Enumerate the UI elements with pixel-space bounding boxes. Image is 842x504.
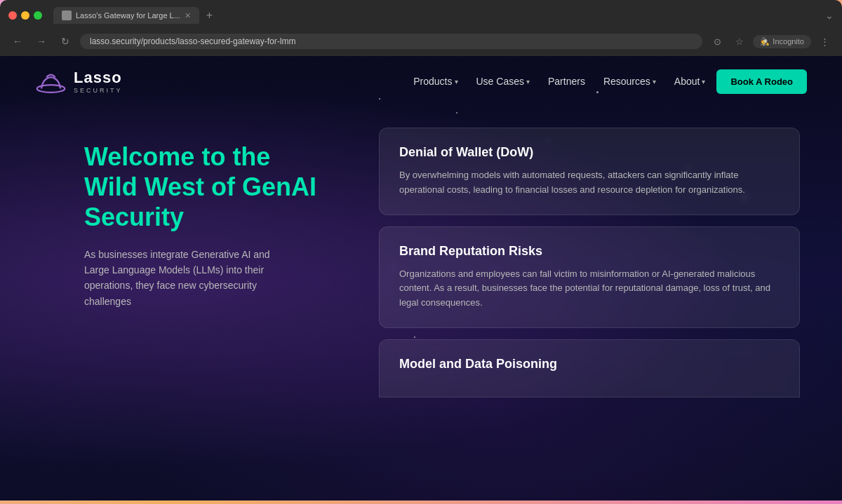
- card-brand-risk-title: Brand Reputation Risks: [399, 244, 780, 259]
- incognito-icon: 🕵: [760, 37, 770, 46]
- forward-button[interactable]: →: [32, 32, 51, 50]
- close-button[interactable]: [8, 11, 17, 20]
- browser-window: Lasso's Gateway for Large L... ✕ + ⌄ ← →…: [0, 0, 842, 56]
- refresh-button[interactable]: ↻: [56, 32, 74, 50]
- hero-title: Welcome to the Wild West of GenAI Securi…: [84, 142, 323, 233]
- book-rodeo-button[interactable]: Book A Rodeo: [716, 69, 807, 94]
- nav-resources-label: Resources: [603, 76, 650, 87]
- card-brand-risk: Brand Reputation Risks Organizations and…: [379, 226, 800, 328]
- nav-about[interactable]: About ▾: [667, 71, 713, 91]
- products-chevron-icon: ▾: [455, 78, 458, 86]
- tab-close-icon[interactable]: ✕: [185, 11, 191, 20]
- logo-icon: [35, 69, 67, 94]
- expand-icon[interactable]: ⌄: [825, 10, 834, 21]
- titlebar: Lasso's Gateway for Large L... ✕ + ⌄: [0, 0, 842, 28]
- nav-links: Products ▾ Use Cases ▾ Partners Resource…: [406, 69, 807, 94]
- card-data-poisoning: Model and Data Poisoning: [379, 339, 800, 397]
- bookmark-icon[interactable]: ☆: [730, 32, 749, 50]
- incognito-badge[interactable]: 🕵 Incognito: [753, 35, 811, 48]
- tab-title: Lasso's Gateway for Large L...: [76, 11, 180, 20]
- maximize-button[interactable]: [34, 11, 42, 20]
- logo-subtitle: SECURITY: [74, 87, 123, 94]
- website-content: Lasso SECURITY Products ▾ Use Cases ▾ Pa…: [0, 56, 842, 500]
- tab-favicon: [62, 11, 72, 20]
- nav-about-label: About: [674, 76, 700, 87]
- incognito-label: Incognito: [773, 37, 804, 46]
- traffic-lights: [8, 11, 42, 20]
- nav-products-label: Products: [413, 76, 452, 87]
- logo-name: Lasso: [74, 69, 123, 87]
- back-button[interactable]: ←: [8, 32, 27, 50]
- nav-products[interactable]: Products ▾: [406, 71, 465, 91]
- toolbar-icons: ⊙ ☆ 🕵 Incognito ⋮: [708, 32, 834, 50]
- card-dow-body: By overwhelming models with automated re…: [399, 168, 780, 198]
- use-cases-chevron-icon: ▾: [526, 78, 530, 86]
- nav-partners-label: Partners: [548, 76, 585, 87]
- logo-text-area: Lasso SECURITY: [74, 69, 123, 94]
- hero-right: Denial of Wallet (DoW) By overwhelming m…: [379, 128, 800, 397]
- logo[interactable]: Lasso SECURITY: [35, 69, 123, 94]
- tab-bar: Lasso's Gateway for Large L... ✕ +: [53, 7, 820, 24]
- url-text: lasso.security/products/lasso-secured-ga…: [90, 36, 295, 46]
- nav-use-cases-label: Use Cases: [476, 76, 524, 87]
- nav-resources[interactable]: Resources ▾: [596, 71, 663, 91]
- navbar: Lasso SECURITY Products ▾ Use Cases ▾ Pa…: [0, 56, 842, 107]
- hero-section: Welcome to the Wild West of GenAI Securi…: [0, 107, 842, 418]
- card-dow: Denial of Wallet (DoW) By overwhelming m…: [379, 128, 800, 215]
- nav-use-cases[interactable]: Use Cases ▾: [469, 71, 537, 91]
- card-data-poisoning-title: Model and Data Poisoning: [399, 357, 780, 372]
- card-dow-title: Denial of Wallet (DoW): [399, 145, 780, 160]
- address-bar[interactable]: lasso.security/products/lasso-secured-ga…: [80, 34, 702, 49]
- active-tab[interactable]: Lasso's Gateway for Large L... ✕: [53, 7, 199, 24]
- new-tab-button[interactable]: +: [203, 9, 215, 22]
- minimize-button[interactable]: [21, 11, 29, 20]
- resources-chevron-icon: ▾: [653, 78, 656, 86]
- browser-toolbar: ← → ↻ lasso.security/products/lasso-secu…: [0, 28, 842, 56]
- nav-partners[interactable]: Partners: [541, 71, 592, 91]
- hero-body: As businesses integrate Generative AI an…: [84, 247, 288, 310]
- about-chevron-icon: ▾: [702, 78, 705, 86]
- hero-left: Welcome to the Wild West of GenAI Securi…: [84, 128, 323, 309]
- cast-icon[interactable]: ⊙: [708, 32, 726, 50]
- menu-icon[interactable]: ⋮: [815, 32, 834, 50]
- card-brand-risk-body: Organizations and employees can fall vic…: [399, 267, 780, 311]
